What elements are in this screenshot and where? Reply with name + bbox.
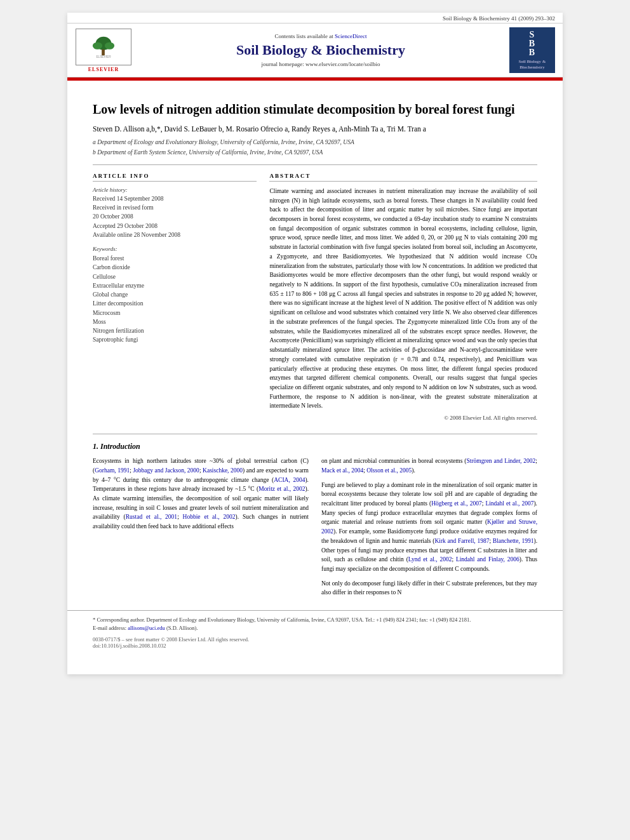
intro-right-text-3: Not only do decomposer fungi likely diff… — [321, 579, 537, 597]
journal-banner: ELSEVIER ELSEVIER Contents lists availab… — [67, 23, 563, 77]
journal-citation: Soil Biology & Biochemistry 41 (2009) 29… — [67, 13, 563, 23]
ref-hogberg[interactable]: Högberg et al., 2007 — [431, 500, 482, 507]
affiliation-a: a Department of Ecology and Evolutionary… — [93, 138, 537, 147]
ref-kasischke[interactable]: Kasischke, 2000 — [203, 467, 243, 474]
keyword-4: Extracellular enzyme — [93, 281, 257, 290]
copyright: © 2008 Elsevier Ltd. All rights reserved… — [269, 415, 537, 421]
ref-lynd[interactable]: Lynd et al., 2002 — [408, 556, 452, 563]
sbb-subtitle: Soil Biology &Biochemistry — [518, 59, 546, 70]
footnote-email: E-mail address: allisons@uci.edu (S.D. A… — [93, 624, 537, 632]
authors-line: Steven D. Allison a,b,*, David S. LeBaue… — [93, 124, 537, 135]
footnote-corresponding: * Corresponding author. Department of Ec… — [93, 616, 537, 624]
ref-kjoller[interactable]: Kjøller and Struwe, 2002 — [321, 519, 537, 535]
accepted-date: Accepted 29 October 2008 — [93, 222, 257, 230]
keyword-6: Litter decomposition — [93, 299, 257, 308]
intro-heading: 1. Introduction — [93, 442, 537, 451]
article-title: Low levels of nitrogen addition stimulat… — [93, 101, 537, 117]
keyword-8: Moss — [93, 317, 257, 326]
article-content: Low levels of nitrogen addition stimulat… — [67, 81, 563, 421]
introduction-section: 1. Introduction Ecosystems in high north… — [67, 434, 563, 597]
journal-header: Soil Biology & Biochemistry 41 (2009) 29… — [67, 13, 563, 79]
elsevier-box: ELSEVIER — [76, 29, 131, 65]
abstract-text: Climate warming and associated increases… — [269, 187, 537, 411]
received-date: Received 14 September 2008 — [93, 194, 257, 203]
intro-right-text-1: on plant and microbial communities in bo… — [321, 457, 537, 475]
abstract-column: ABSTRACT Climate warming and associated … — [269, 173, 537, 421]
intro-columns: Ecosystems in high northern latitudes st… — [93, 457, 537, 597]
svg-point-3 — [105, 42, 114, 49]
intro-left-text: Ecosystems in high northern latitudes st… — [93, 457, 309, 531]
keyword-9: Nitrogen fertilization — [93, 326, 257, 335]
journal-homepage: journal homepage: www.elsevier.com/locat… — [145, 61, 497, 67]
abstract-label: ABSTRACT — [269, 173, 537, 182]
keywords-list: Boreal forest Carbon dioxide Cellulose E… — [93, 254, 257, 345]
svg-point-2 — [93, 42, 102, 49]
ref-mack[interactable]: Mack et al., 2004 — [321, 467, 363, 474]
intro-right-col: on plant and microbial communities in bo… — [321, 457, 537, 597]
ref-moritz[interactable]: Moritz et al., 2002 — [258, 486, 305, 492]
keyword-5: Global change — [93, 290, 257, 299]
sciencedirect-info: Contents lists available at ScienceDirec… — [145, 33, 497, 39]
keyword-7: Microcosm — [93, 309, 257, 317]
intro-left-col: Ecosystems in high northern latitudes st… — [93, 457, 309, 597]
ref-rustad[interactable]: Rustad et al., 2001 — [126, 514, 177, 520]
sciencedirect-link[interactable]: ScienceDirect — [335, 33, 366, 39]
history-label: Article history: — [93, 187, 257, 193]
ref-kirk[interactable]: Kirk and Farrell, 1987 — [434, 538, 489, 544]
info-abstract-columns: ARTICLE INFO Article history: Received 1… — [93, 173, 537, 421]
intro-right-text-2: Fungi are believed to play a dominant ro… — [321, 481, 537, 574]
ref-acia[interactable]: ACIA, 2004 — [274, 477, 305, 483]
keyword-10: Saprotrophic fungi — [93, 335, 257, 344]
article-info-column: ARTICLE INFO Article history: Received 1… — [93, 173, 257, 421]
article-info-label: ARTICLE INFO — [93, 173, 257, 182]
sbb-logo: SBB Soil Biology &Biochemistry — [509, 27, 555, 73]
footer-issn: 0038-0717/$ – see front matter © 2008 El… — [93, 636, 537, 649]
elsevier-label: ELSEVIER — [88, 67, 119, 72]
keyword-2: Carbon dioxide — [93, 263, 257, 272]
svg-rect-1 — [102, 49, 105, 55]
keywords-section: Keywords: Boreal forest Carbon dioxide C… — [93, 246, 257, 345]
ref-jobbagy[interactable]: Jobbagy and Jackson, 2000 — [133, 467, 199, 474]
email-link[interactable]: allisons@uci.edu — [128, 625, 165, 631]
sbb-letters: SBB — [529, 30, 535, 57]
svg-text:ELSEVIER: ELSEVIER — [96, 55, 111, 58]
section-divider — [93, 164, 537, 165]
ref-lindahl-finlay[interactable]: Lindahl and Finlay, 2006 — [456, 556, 519, 563]
ref-gorham[interactable]: Gorham, 1991 — [95, 467, 130, 474]
revised-date: 20 October 2008 — [93, 212, 257, 221]
keyword-3: Cellulose — [93, 272, 257, 281]
ref-lindahl[interactable]: Lindahl et al., 2007 — [485, 500, 533, 507]
keyword-1: Boreal forest — [93, 254, 257, 263]
affiliation-b: b Department of Earth System Science, Un… — [93, 149, 537, 157]
ref-blanchette[interactable]: Blanchette, 1991 — [493, 538, 534, 544]
ref-stromgren[interactable]: Strömgren and Linder, 2002 — [467, 458, 536, 464]
footer-area: * Corresponding author. Department of Ec… — [67, 610, 563, 649]
ref-olsson[interactable]: Olsson et al., 2005 — [366, 467, 412, 474]
ref-hobbie[interactable]: Hobbie et al., 2002 — [183, 514, 236, 520]
journal-title: Soil Biology & Biochemistry — [145, 42, 497, 58]
journal-center: Contents lists available at ScienceDirec… — [132, 33, 509, 67]
intro-divider — [93, 434, 537, 434]
received-revised-label: Received in revised form — [93, 203, 257, 212]
article-page: Soil Biology & Biochemistry 41 (2009) 29… — [67, 13, 563, 674]
available-online: Available online 28 November 2008 — [93, 230, 257, 239]
elsevier-tree-icon: ELSEVIER — [88, 35, 119, 59]
elsevier-logo: ELSEVIER ELSEVIER — [75, 29, 132, 72]
keywords-label: Keywords: — [93, 246, 257, 252]
